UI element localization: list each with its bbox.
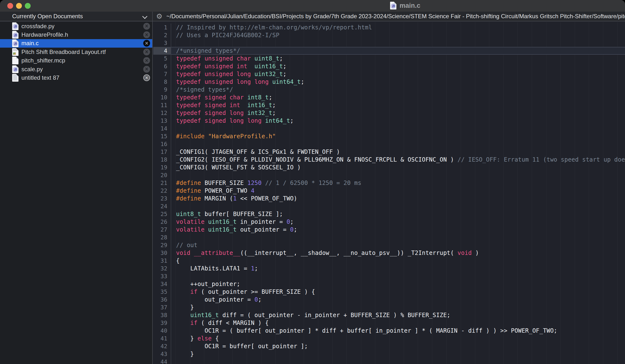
code-text: uint16_t diff = ( out_pointer - in_point… — [171, 311, 625, 319]
line-number: 44 — [153, 358, 171, 364]
code-line[interactable]: 34 ++out_pointer; — [153, 280, 625, 288]
gear-icon[interactable]: ⚙ — [156, 13, 162, 20]
code-line[interactable]: 33 — [153, 272, 625, 280]
code-line[interactable]: 18_CONFIG2( IESO_OFF & PLLDIV_NODIV & PL… — [153, 156, 625, 164]
document-list-item[interactable]: pitch_shifter.mcp× — [0, 56, 152, 65]
close-document-button[interactable]: × — [143, 23, 150, 30]
code-line[interactable]: 42 OC1R = buffer[ out_pointer ]; — [153, 342, 625, 350]
code-line[interactable]: 32 LATAbits.LATA1 = 1; — [153, 265, 625, 272]
line-number: 34 — [153, 280, 171, 288]
file-path: ~/Documents/Personal/Julian/Education/BS… — [166, 13, 625, 20]
code-text: void __attribute__((__interrupt__, __sha… — [171, 249, 625, 257]
code-line[interactable]: 14 — [153, 125, 625, 132]
path-bar: ⚙ ~/Documents/Personal/Julian/Education/… — [153, 12, 625, 21]
code-line[interactable]: 37 } — [153, 304, 625, 311]
code-line[interactable]: 6typedef unsigned int uint16_t; — [153, 62, 625, 70]
code-text: OC1R = buffer[ out_pointer ]; — [171, 342, 625, 350]
textdoc-document-icon — [12, 74, 19, 82]
code-line[interactable]: 30void __attribute__((__interrupt__, __s… — [153, 249, 625, 257]
code-line[interactable]: 35 if ( out_pointer >= BUFFER_SIZE ) { — [153, 288, 625, 296]
window-titlebar[interactable]: B main.c — [0, 0, 625, 12]
close-document-button[interactable]: × — [143, 57, 150, 64]
close-document-button[interactable]: × — [143, 66, 150, 73]
code-text — [171, 140, 625, 148]
line-number: 36 — [153, 296, 171, 304]
minimize-window-button[interactable] — [16, 3, 22, 9]
document-list-item[interactable]: BHardwareProfile.h× — [0, 30, 152, 39]
line-number: 6 — [153, 62, 171, 70]
code-line[interactable]: 5typedef unsigned char uint8_t; — [153, 55, 625, 62]
code-line[interactable]: 43 } — [153, 350, 625, 358]
code-line[interactable]: 39 if ( diff < MARGIN ) { — [153, 319, 625, 327]
code-line[interactable]: 12typedef signed long int32_t; — [153, 109, 625, 117]
code-line[interactable]: 11typedef signed int int16_t; — [153, 101, 625, 109]
code-text: // Uses a PIC24FJ64GB002-I/SP — [171, 31, 625, 39]
code-line[interactable]: 19_CONFIG3( WUTSEL_FST & SOSCSEL_IO ) — [153, 164, 625, 171]
close-document-button[interactable]: × — [143, 31, 150, 38]
line-number: 5 — [153, 55, 171, 62]
line-number: 18 — [153, 156, 171, 164]
code-line[interactable]: 13typedef signed long long int64_t; — [153, 117, 625, 125]
code-line[interactable]: 31{ — [153, 257, 625, 265]
document-name: pitch_shifter.mcp — [21, 57, 65, 64]
code-line[interactable]: 29// out — [153, 241, 625, 249]
line-number: 37 — [153, 304, 171, 311]
code-line[interactable]: 38 uint16_t diff = ( out_pointer - in_po… — [153, 311, 625, 319]
code-text: _CONFIG2( IESO_OFF & PLLDIV_NODIV & PLL9… — [171, 156, 625, 164]
code-line[interactable]: 24 — [153, 202, 625, 210]
code-line[interactable]: 40 OC1R = ( buffer[ out_pointer ] * diff… — [153, 327, 625, 335]
close-document-button[interactable]: × — [143, 49, 150, 56]
code-line[interactable]: 17_CONFIG1( JTAGEN_OFF & ICS_PGx1 & FWDT… — [153, 148, 625, 156]
line-number: 30 — [153, 249, 171, 257]
line-number: 41 — [153, 335, 171, 342]
line-number: 21 — [153, 179, 171, 187]
document-icon: B — [390, 2, 396, 9]
code-line[interactable]: 22#define POWER_OF_TWO 4 — [153, 187, 625, 195]
code-line[interactable]: 16 — [153, 140, 625, 148]
code-editor[interactable]: 1// Inspired by http://elm-chan.org/work… — [153, 22, 625, 364]
code-line[interactable]: 9/*signed types*/ — [153, 86, 625, 94]
code-line[interactable]: 1// Inspired by http://elm-chan.org/work… — [153, 24, 625, 31]
code-text: typedef signed long long int64_t; — [171, 117, 625, 125]
code-text: } — [171, 304, 625, 311]
code-text: { — [171, 257, 625, 265]
line-number: 26 — [153, 218, 171, 226]
code-line[interactable]: 26volatile uint16_t in_pointer = 0; — [153, 218, 625, 226]
code-line[interactable]: 10typedef signed char int8_t; — [153, 94, 625, 101]
document-list-item[interactable]: Pitch Shift Breadboard Layout.rtf× — [0, 48, 152, 56]
code-line[interactable]: 2// Uses a PIC24FJ64GB002-I/SP — [153, 31, 625, 39]
open-documents-dropdown[interactable]: Currently Open Documents — [0, 12, 152, 21]
code-line[interactable]: 3 — [153, 39, 625, 47]
code-text: OC1R = ( buffer[ out_pointer ] * diff + … — [171, 327, 625, 335]
code-line[interactable]: 23#define MARGIN (1 << POWER_OF_TWO) — [153, 195, 625, 202]
code-line[interactable]: 25uint8_t buffer[ BUFFER_SIZE ]; — [153, 210, 625, 218]
code-line[interactable]: 4/*unsigned types*/ — [153, 47, 625, 55]
code-line[interactable]: 15#include "HardwareProfile.h" — [153, 132, 625, 140]
code-line[interactable]: 44 — [153, 358, 625, 364]
code-line[interactable]: 8typedef unsigned long long uint64_t; — [153, 78, 625, 86]
document-list-item[interactable]: untitled text 87× — [0, 73, 152, 82]
code-line[interactable]: 36 out_pointer = 0; — [153, 296, 625, 304]
sidebar-divider[interactable] — [152, 12, 153, 364]
document-list-item[interactable]: Bscale.py× — [0, 65, 152, 73]
code-line[interactable]: 7typedef unsigned long uint32_t; — [153, 70, 625, 78]
line-number: 35 — [153, 288, 171, 296]
code-text: _CONFIG3( WUTSEL_FST & SOSCSEL_IO ) — [171, 164, 625, 171]
line-number: 38 — [153, 311, 171, 319]
code-text: typedef unsigned int uint16_t; — [171, 62, 625, 70]
code-text: #define POWER_OF_TWO 4 — [171, 187, 625, 195]
document-list-item[interactable]: Bmain.c× — [0, 39, 152, 48]
line-number: 42 — [153, 342, 171, 350]
close-document-button[interactable]: × — [143, 74, 150, 81]
line-number: 8 — [153, 78, 171, 86]
code-line[interactable]: 41 } else { — [153, 335, 625, 342]
zoom-window-button[interactable] — [25, 3, 31, 9]
close-document-button[interactable]: × — [143, 40, 150, 47]
document-list-item[interactable]: Bcrossfade.py× — [0, 22, 152, 30]
bbedit-document-icon: B — [12, 39, 19, 47]
close-window-button[interactable] — [7, 3, 13, 9]
code-line[interactable]: 20 — [153, 171, 625, 179]
code-line[interactable]: 27volatile uint16_t out_pointer = 0; — [153, 226, 625, 233]
code-line[interactable]: 21#define BUFFER_SIZE 1250 // 1 / 62500 … — [153, 179, 625, 187]
code-line[interactable]: 28 — [153, 233, 625, 241]
